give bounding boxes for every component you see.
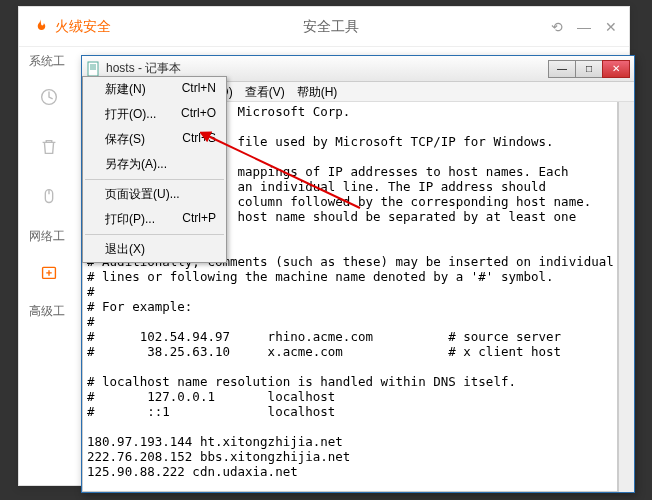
- dd-exit[interactable]: 退出(X): [83, 237, 226, 262]
- huorong-title: 安全工具: [111, 18, 551, 36]
- sidebar-label-network: 网络工: [19, 222, 79, 247]
- notepad-icon: [86, 61, 102, 77]
- sidebar-label-advanced: 高级工: [19, 297, 79, 322]
- trash-icon: [38, 136, 60, 158]
- menu-view[interactable]: 查看(V): [239, 82, 291, 101]
- minimize-button[interactable]: —: [577, 19, 591, 35]
- menu-help[interactable]: 帮助(H): [291, 82, 344, 101]
- notepad-maximize-button[interactable]: □: [575, 60, 603, 78]
- huorong-header: 火绒安全 安全工具 ⟲ — ✕: [19, 7, 629, 47]
- notepad-window: hosts - 记事本 — □ ✕ 文件(F) 编辑(E) 格式(O) 查看(V…: [81, 55, 635, 493]
- close-button[interactable]: ✕: [605, 19, 617, 35]
- sidebar-item-refresh[interactable]: [19, 72, 79, 122]
- notepad-minimize-button[interactable]: —: [548, 60, 576, 78]
- reload-button[interactable]: ⟲: [551, 19, 563, 35]
- sidebar-item-trash[interactable]: [19, 122, 79, 172]
- brand-text: 火绒安全: [55, 18, 111, 36]
- huorong-sidebar: 系统工 网络工 高级工: [19, 47, 79, 322]
- dd-pagesetup[interactable]: 页面设置(U)...: [83, 182, 226, 207]
- dd-open[interactable]: 打开(O)...Ctrl+O: [83, 102, 226, 127]
- sidebar-label-system: 系统工: [19, 47, 79, 72]
- huorong-controls: ⟲ — ✕: [551, 19, 617, 35]
- dd-save[interactable]: 保存(S)Ctrl+S: [83, 127, 226, 152]
- notepad-title: hosts - 记事本: [106, 60, 549, 77]
- sidebar-item-add[interactable]: [19, 247, 79, 297]
- notepad-scrollbar[interactable]: [618, 102, 634, 492]
- refresh-icon: [38, 86, 60, 108]
- huorong-logo: 火绒安全: [31, 18, 111, 36]
- dd-print[interactable]: 打印(P)...Ctrl+P: [83, 207, 226, 232]
- file-dropdown: 新建(N)Ctrl+N 打开(O)...Ctrl+O 保存(S)Ctrl+S 另…: [82, 76, 227, 263]
- notepad-close-button[interactable]: ✕: [602, 60, 630, 78]
- plus-box-icon: [38, 261, 60, 283]
- mouse-icon: [38, 186, 60, 208]
- dd-new[interactable]: 新建(N)Ctrl+N: [83, 77, 226, 102]
- dd-separator: [85, 179, 224, 180]
- sidebar-item-mouse[interactable]: [19, 172, 79, 222]
- dd-separator: [85, 234, 224, 235]
- dd-saveas[interactable]: 另存为(A)...: [83, 152, 226, 177]
- flame-icon: [31, 18, 49, 36]
- notepad-window-buttons: — □ ✕: [549, 60, 630, 78]
